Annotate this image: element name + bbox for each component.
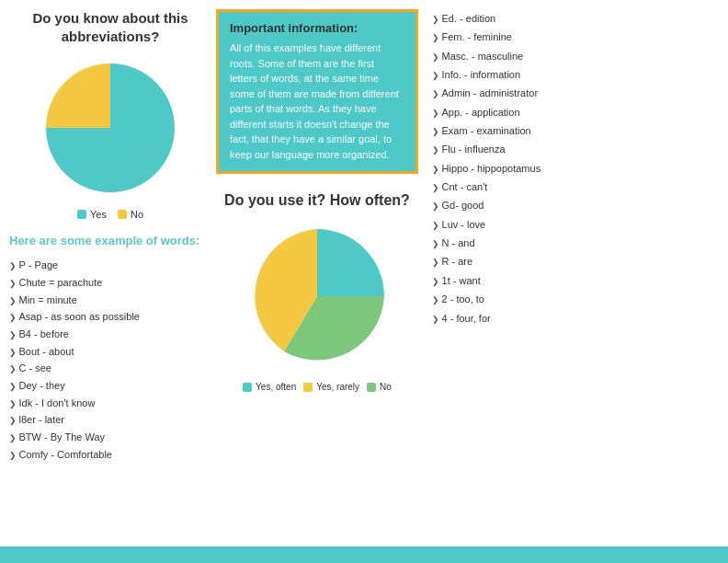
list-item: Gd- good — [432, 196, 634, 214]
info-text: All of this examples have different root… — [230, 40, 404, 162]
list-item: Flu - influenza — [432, 140, 634, 158]
list-item: Ed. - edition — [432, 9, 634, 28]
list-item: 2 - too, to — [432, 290, 634, 308]
footer-bar — [0, 546, 728, 563]
pie-chart-2 — [239, 218, 395, 374]
info-box: Important information: All of this examp… — [216, 9, 418, 174]
often-dot — [243, 383, 252, 392]
pie-legend-2: Yes, often Yes, rarely No — [243, 382, 392, 392]
legend-often: Yes, often — [243, 382, 296, 392]
list-item: Luv - love — [432, 215, 634, 234]
legend-rarely: Yes, rarely — [303, 382, 359, 392]
list-item: B4 - before — [9, 326, 211, 343]
main-content: Do you know about this abbreviations? Ye… — [0, 0, 728, 546]
yes-label: Yes — [90, 209, 107, 220]
list-item: R - are — [432, 252, 634, 270]
list-item: Admin - administrator — [432, 84, 634, 102]
list-item: Min = minute — [9, 292, 211, 309]
pie-chart-1 — [37, 54, 184, 201]
list-item: Hippo - hippopotamus — [432, 159, 634, 178]
rarely-dot — [303, 383, 313, 392]
no-dot — [118, 210, 127, 219]
left-title: Do you know about this abbreviations? — [9, 9, 211, 45]
rarely-label: Yes, rarely — [316, 382, 359, 392]
often-label: Yes, often — [256, 382, 296, 392]
examples-title: Here are some example of words: — [9, 233, 211, 249]
legend-no: No — [118, 209, 143, 220]
page: Do you know about this abbreviations? Ye… — [0, 0, 728, 563]
abbreviation-list: Ed. - editionFem. - feminineMasc. - masc… — [432, 9, 634, 327]
right-column: Ed. - editionFem. - feminineMasc. - masc… — [423, 9, 634, 537]
list-item: 1t - want — [432, 271, 634, 290]
no-use-label: No — [380, 382, 392, 392]
list-item: P - Page — [9, 257, 211, 274]
pie-legend-1: Yes No — [77, 209, 143, 220]
list-item: Exam - examination — [432, 121, 634, 140]
middle-column: Important information: All of this examp… — [211, 9, 423, 537]
list-item: N - and — [432, 234, 634, 252]
no-label: No — [131, 209, 143, 220]
list-item: App. - application — [432, 103, 634, 121]
info-title: Important information: — [230, 21, 404, 35]
list-item: BTW - By The Way — [9, 429, 211, 446]
list-item: Asap - as soon as possible — [9, 308, 211, 326]
list-item: Chute = parachute — [9, 274, 211, 292]
list-item: Comfy - Comfortable — [9, 446, 211, 464]
list-item: Bout - about — [9, 343, 211, 361]
legend-yes: Yes — [77, 209, 107, 220]
yes-dot — [77, 210, 86, 219]
list-item: Info. - information — [432, 65, 634, 84]
left-column: Do you know about this abbreviations? Ye… — [9, 9, 211, 537]
list-item: Idk - I don't know — [9, 395, 211, 412]
word-list: P - PageChute = parachuteMin = minuteAsa… — [9, 257, 211, 463]
list-item: C - see — [9, 360, 211, 377]
legend-no-use: No — [367, 382, 392, 392]
list-item: Dey - they — [9, 377, 211, 395]
list-item: Cnt - can't — [432, 178, 634, 196]
no-use-dot — [367, 383, 376, 392]
list-item: Fem. - feminine — [432, 28, 634, 46]
list-item: l8er - later — [9, 411, 211, 429]
list-item: Masc. - masculine — [432, 47, 634, 65]
list-item: 4 - four, for — [432, 309, 634, 327]
usage-title: Do you use it? How often? — [224, 192, 410, 209]
